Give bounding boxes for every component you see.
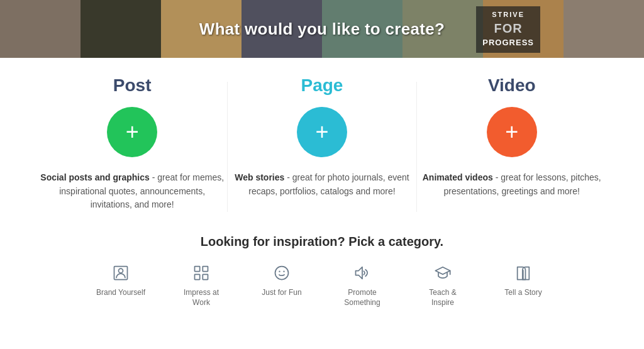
category-brand-yourself[interactable]: Brand Yourself [96,262,146,298]
video-description: Animated videos - great for lessons, pit… [418,171,606,198]
video-desc-bold: Animated videos [423,172,493,182]
svg-point-8 [283,271,284,272]
svg-rect-4 [195,274,200,279]
bg-img-8 [564,0,644,58]
category-teach-inspire-label: Teach & Inspire [418,288,468,307]
category-promote-something-label: Promote Something [337,288,387,307]
post-create-button[interactable]: + [107,107,157,157]
svg-marker-9 [435,267,450,275]
page-plus-icon: + [315,121,328,143]
mortarboard-icon [434,262,452,284]
strive-line3: PROGRESS [482,37,534,48]
category-impress-at-work[interactable]: Impress at Work [176,262,226,307]
video-title: Video [488,75,536,96]
inspiration-title: Looking for inspiration? Pick a category… [38,235,606,249]
header-banner: STRIVE FOR PROGRESS What would you like … [0,0,644,58]
smiley-icon [273,262,291,284]
svg-rect-2 [195,267,200,272]
svg-rect-3 [203,267,208,272]
page-desc-bold: Web stories [235,172,284,182]
page-create-button[interactable]: + [297,107,347,157]
svg-point-1 [119,269,123,273]
svg-rect-5 [203,274,208,279]
category-brand-yourself-label: Brand Yourself [96,288,145,298]
strive-line1: STRIVE [482,10,534,19]
create-option-post: Post + Social posts and graphics - great… [38,75,226,212]
category-promote-something[interactable]: Promote Something [337,262,387,307]
inspiration-section: Looking for inspiration? Pick a category… [38,230,606,307]
grid-icon [192,262,210,284]
create-options: Post + Social posts and graphics - great… [38,75,606,212]
create-option-page: Page + Web stories - great for photo jou… [228,75,416,198]
category-tell-a-story-label: Tell a Story [504,288,541,298]
strive-box: STRIVE FOR PROGRESS [476,6,540,53]
bg-img-1 [0,0,80,58]
bg-img-2 [80,0,161,58]
page-title: What would you like to create? [199,19,445,39]
category-tell-a-story[interactable]: Tell a Story [498,262,548,298]
book-icon [514,262,532,284]
main-content: Post + Social posts and graphics - great… [0,58,644,314]
create-option-video: Video + Animated videos - great for less… [418,75,606,198]
post-plus-icon: + [126,121,139,143]
video-plus-icon: + [505,121,518,143]
category-just-for-fun[interactable]: Just for Fun [257,262,307,298]
post-desc-bold: Social posts and graphics [40,172,150,182]
svg-point-6 [275,267,289,280]
page-title: Page [301,75,343,96]
person-icon [112,262,130,284]
strive-line2: FOR [482,19,534,37]
megaphone-icon [353,262,371,284]
category-just-for-fun-label: Just for Fun [262,288,301,298]
svg-point-7 [279,271,280,272]
video-create-button[interactable]: + [487,107,537,157]
category-icons-container: Brand Yourself Impress at Work [38,262,606,307]
page-description: Web stories - great for photo journals, … [228,171,416,198]
post-description: Social posts and graphics - great for me… [38,171,226,212]
post-title: Post [113,75,152,96]
category-teach-inspire[interactable]: Teach & Inspire [418,262,468,307]
category-impress-at-work-label: Impress at Work [176,288,226,307]
